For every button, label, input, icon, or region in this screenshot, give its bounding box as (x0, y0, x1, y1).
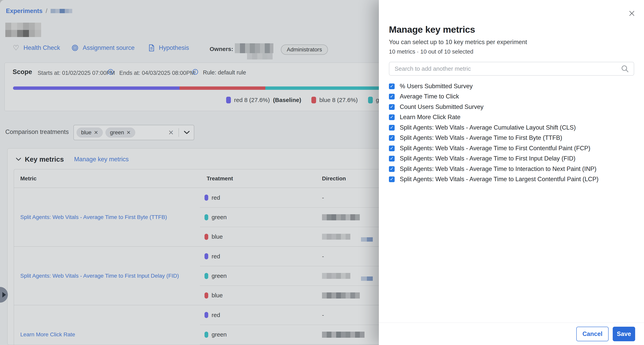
administrators-badge: Administrators (281, 45, 328, 55)
metric-option-label: Split Agents: Web Vitals - Average Cumul… (400, 124, 576, 131)
metric-option-label: Learn More Click Rate (400, 114, 460, 121)
redacted-owner-name (235, 43, 274, 60)
checkbox-checked[interactable] (389, 146, 395, 151)
metric-option[interactable]: Count Users Submitted Survey (389, 102, 484, 112)
metric-link[interactable]: Split Agents: Web Vitals - Average Time … (20, 272, 179, 280)
checkbox-checked[interactable] (389, 156, 395, 161)
direction-value: - (322, 312, 324, 318)
metric-link[interactable]: Learn More Click Rate (20, 331, 75, 338)
close-icon[interactable] (628, 10, 635, 17)
metrics-count: 10 metrics · 10 out of 10 selected (389, 49, 473, 55)
treatment-label: blue (212, 292, 223, 299)
metric-search-input[interactable] (389, 65, 621, 72)
checkbox-checked[interactable] (389, 84, 395, 89)
tab-health-check[interactable]: ♡ Health Check (13, 44, 60, 51)
checkbox-checked[interactable] (389, 104, 395, 110)
metric-option-label: Split Agents: Web Vitals - Average Time … (400, 145, 590, 152)
info-icon[interactable] (192, 69, 198, 75)
treatment-label: green (212, 272, 227, 279)
metric-option[interactable]: % Users Submitted Survey (389, 81, 472, 91)
sidebar-expand-button[interactable] (0, 287, 8, 303)
legend-item-red: red 8 (27.6%) (Baseline) (226, 97, 301, 103)
tab-label: Assignment source (83, 44, 135, 51)
panel-footer: Cancel Save (379, 322, 644, 345)
treatment-label: red (212, 312, 220, 318)
clear-selection-icon[interactable]: ✕ (168, 129, 174, 136)
scope-ends-at: Ends at: 04/03/2025 08:00PM (119, 70, 195, 76)
chip-label: blue (81, 129, 92, 136)
metric-option-label: Split Agents: Web Vitals - Average Time … (400, 165, 596, 173)
treatment-label: green (212, 214, 227, 221)
comparison-treatments-select[interactable]: blue ✕ green ✕ ✕ (74, 125, 194, 140)
metric-option-label: Split Agents: Web Vitals - Average Time … (400, 155, 575, 162)
legend-baseline-label: (Baseline) (273, 97, 301, 103)
metric-option[interactable]: Split Agents: Web Vitals - Average Time … (389, 164, 596, 174)
key-metrics-title: Key metrics (25, 155, 64, 163)
redacted-page-title (5, 23, 41, 37)
column-header-metric: Metric (14, 175, 200, 182)
treatment-swatch (204, 273, 208, 279)
metric-option[interactable]: Split Agents: Web Vitals - Average Time … (389, 143, 590, 153)
metric-option[interactable]: Split Agents: Web Vitals - Average Cumul… (389, 123, 576, 133)
target-icon (72, 45, 78, 51)
save-button[interactable]: Save (613, 327, 635, 341)
scope-title: Scope (12, 68, 32, 76)
breadcrumb-separator: / (46, 8, 48, 15)
metric-option[interactable]: Learn More Click Rate (389, 112, 460, 122)
scope-starts-at: Starts at: 01/02/2025 07:00PM (38, 70, 115, 76)
metric-option[interactable]: Split Agents: Web Vitals - Average Time … (389, 153, 575, 164)
legend-swatch (311, 97, 316, 103)
document-icon (148, 44, 154, 51)
legend-item-blue: blue 8 (27.6%) (311, 97, 358, 103)
checkbox-checked[interactable] (389, 166, 395, 172)
treatment-swatch (204, 195, 208, 201)
manage-key-metrics-panel: Manage key metrics You can select up to … (379, 0, 644, 345)
metric-option[interactable]: Average Time to Click (389, 91, 459, 102)
comparison-treatments-label: Comparison treatments (5, 128, 69, 136)
owners-label: Owners: (210, 46, 233, 52)
treatment-chip-blue[interactable]: blue ✕ (76, 128, 103, 137)
treatment-label: red (212, 253, 220, 260)
direction-value: - (322, 194, 324, 201)
checkbox-checked[interactable] (389, 94, 395, 99)
cancel-button[interactable]: Cancel (576, 327, 608, 341)
chevron-right-icon (2, 292, 6, 297)
tab-assignment-source[interactable]: Assignment source (72, 44, 135, 51)
metric-option-label: Split Agents: Web Vitals - Average Time … (400, 134, 562, 141)
panel-subtitle: You can select up to 10 key metrics per … (389, 39, 527, 46)
checkbox-checked[interactable] (389, 176, 395, 182)
chevron-down-icon[interactable] (184, 131, 190, 135)
breadcrumb-experiments-link[interactable]: Experiments (6, 8, 42, 15)
column-header-treatment: Treatment (200, 175, 315, 182)
redacted-marker (361, 237, 373, 242)
metric-option-label: Count Users Submitted Survey (400, 103, 484, 111)
collapse-chevron-icon[interactable] (16, 158, 21, 161)
legend-label: blue 8 (27.6%) (319, 97, 358, 103)
checkbox-checked[interactable] (389, 125, 395, 131)
chip-remove-icon[interactable]: ✕ (94, 130, 98, 136)
direction-value: - (322, 253, 324, 260)
legend-label: red 8 (27.6%) (234, 97, 270, 103)
metric-option-label: Average Time to Click (400, 93, 459, 100)
app-window: Experiments / ♡ Health Check Assignment … (0, 0, 644, 345)
checkbox-checked[interactable] (389, 114, 395, 120)
treatment-swatch (204, 292, 208, 298)
checkbox-checked[interactable] (389, 135, 395, 141)
treatment-swatch (204, 312, 208, 318)
metric-option[interactable]: Split Agents: Web Vitals - Average Time … (389, 133, 562, 143)
metric-link[interactable]: Split Agents: Web Vitals - Average Time … (20, 213, 167, 221)
metric-option[interactable]: Split Agents: Web Vitals - Average Time … (389, 174, 598, 184)
tab-hypothesis[interactable]: Hypothesis (148, 44, 189, 51)
treatment-swatch (204, 253, 208, 259)
treatment-label: blue (212, 233, 223, 240)
redacted-experiment-name (50, 9, 72, 13)
breadcrumb: Experiments / (6, 8, 72, 15)
scope-rule: Rule: default rule (203, 69, 246, 76)
chip-label: green (110, 129, 124, 136)
treatment-swatch (204, 214, 208, 220)
search-icon (621, 65, 629, 73)
chip-remove-icon[interactable]: ✕ (126, 130, 131, 136)
treatment-chip-green[interactable]: green ✕ (106, 128, 135, 137)
manage-key-metrics-link[interactable]: Manage key metrics (74, 156, 128, 163)
info-icon[interactable] (108, 69, 114, 75)
